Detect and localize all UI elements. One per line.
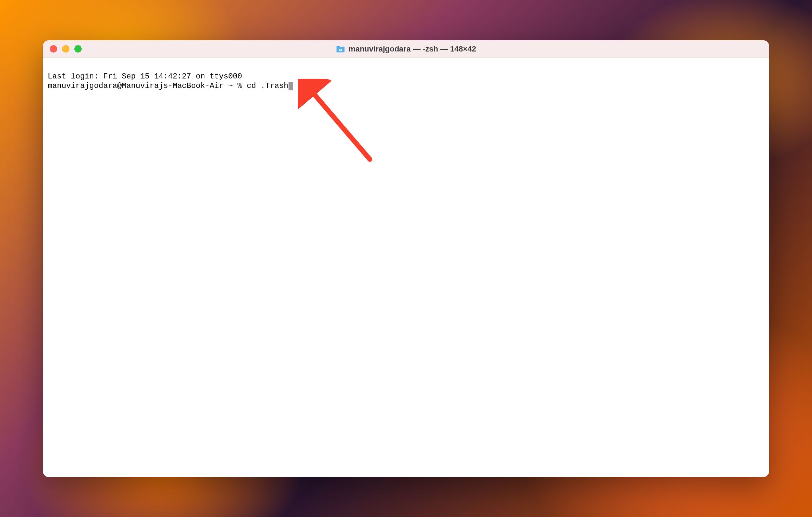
terminal-content[interactable]: Last login: Fri Sep 15 14:42:27 on ttys0… <box>43 58 769 477</box>
folder-icon <box>336 45 345 53</box>
cursor <box>289 82 293 90</box>
shell-prompt: manuvirajgodara@Manuvirajs-MacBook-Air ~… <box>48 82 247 90</box>
svg-point-1 <box>340 49 341 50</box>
last-login-line: Last login: Fri Sep 15 14:42:27 on ttys0… <box>48 72 764 82</box>
traffic-lights <box>50 45 82 53</box>
window-title: manuvirajgodara — -zsh — 148×42 <box>336 44 476 54</box>
maximize-button[interactable] <box>74 45 82 53</box>
typed-command: cd .Trash <box>247 82 289 90</box>
close-button[interactable] <box>50 45 57 53</box>
minimize-button[interactable] <box>62 45 69 53</box>
window-title-text: manuvirajgodara — -zsh — 148×42 <box>349 44 476 54</box>
terminal-window: manuvirajgodara — -zsh — 148×42 Last log… <box>43 40 769 477</box>
window-titlebar[interactable]: manuvirajgodara — -zsh — 148×42 <box>43 40 769 58</box>
